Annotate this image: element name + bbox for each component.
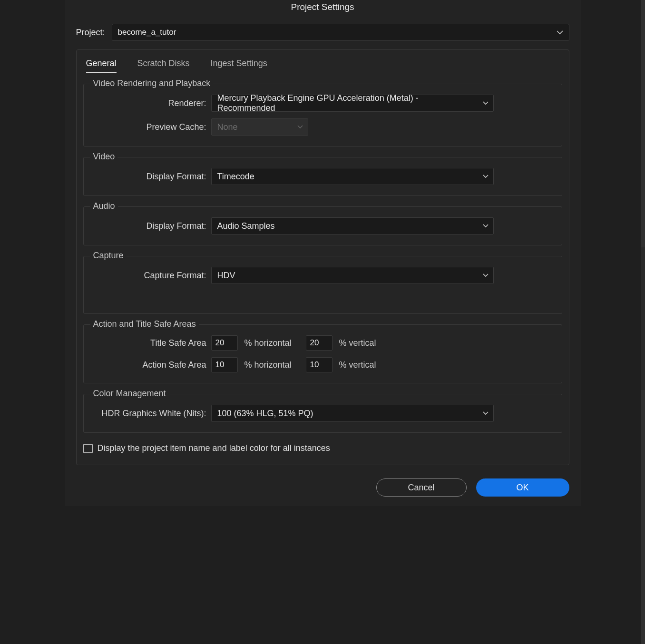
color-management-fieldset: Color Management HDR Graphics White (Nit… <box>83 394 562 433</box>
video-legend: Video <box>90 152 118 162</box>
safe-areas-legend: Action and Title Safe Areas <box>90 319 199 329</box>
capture-legend: Capture <box>90 251 127 261</box>
settings-panel: General Scratch Disks Ingest Settings Vi… <box>76 49 569 465</box>
cancel-button[interactable]: Cancel <box>376 478 467 497</box>
video-display-format-label: Display Format: <box>90 172 211 182</box>
video-display-format-value: Timecode <box>217 172 254 182</box>
project-select-value: become_a_tutor <box>118 28 176 37</box>
hdr-graphics-white-select[interactable]: 100 (63% HLG, 51% PQ) <box>211 405 494 422</box>
chevron-down-icon <box>557 30 563 35</box>
title-safe-horizontal-input[interactable]: 20 <box>211 335 238 351</box>
capture-format-select[interactable]: HDV <box>211 267 494 284</box>
tab-scratch-disks[interactable]: Scratch Disks <box>137 59 190 73</box>
renderer-label: Renderer: <box>90 98 211 108</box>
title-safe-vertical-input[interactable]: 20 <box>306 335 332 351</box>
project-settings-dialog: Project Settings Project: become_a_tutor… <box>65 0 581 506</box>
audio-display-format-select[interactable]: Audio Samples <box>211 217 494 234</box>
display-item-name-row: Display the project item name and label … <box>83 443 562 453</box>
tab-bar: General Scratch Disks Ingest Settings <box>77 50 569 73</box>
right-edge-strip <box>641 0 645 644</box>
renderer-select[interactable]: Mercury Playback Engine GPU Acceleration… <box>211 95 494 112</box>
chevron-down-icon <box>483 224 489 228</box>
pct-horizontal-label: % horizontal <box>238 360 306 370</box>
audio-fieldset: Audio Display Format: Audio Samples <box>83 206 562 245</box>
action-safe-vertical-input[interactable]: 10 <box>306 357 332 372</box>
tab-general[interactable]: General <box>86 59 117 73</box>
project-label: Project: <box>76 28 105 38</box>
audio-legend: Audio <box>90 201 118 211</box>
video-fieldset: Video Display Format: Timecode <box>83 157 562 196</box>
tab-ingest-settings[interactable]: Ingest Settings <box>211 59 267 73</box>
chevron-down-icon <box>483 411 489 415</box>
video-display-format-select[interactable]: Timecode <box>211 168 494 185</box>
dialog-footer: Cancel OK <box>65 465 581 506</box>
renderer-select-value: Mercury Playback Engine GPU Acceleration… <box>217 93 476 113</box>
capture-format-label: Capture Format: <box>90 271 211 281</box>
hdr-graphics-white-label: HDR Graphics White (Nits): <box>90 409 211 419</box>
capture-format-value: HDV <box>217 271 235 281</box>
video-rendering-fieldset: Video Rendering and Playback Renderer: M… <box>83 84 562 146</box>
action-safe-label: Action Safe Area <box>90 360 211 370</box>
action-safe-horizontal-input[interactable]: 10 <box>211 357 238 372</box>
project-select[interactable]: become_a_tutor <box>112 24 569 41</box>
pct-vertical-label: % vertical <box>332 360 391 370</box>
project-row: Project: become_a_tutor <box>65 18 581 49</box>
chevron-down-icon <box>483 273 489 277</box>
video-rendering-legend: Video Rendering and Playback <box>90 78 214 88</box>
audio-display-format-value: Audio Samples <box>217 221 275 231</box>
chevron-down-icon <box>297 125 303 129</box>
display-item-name-label: Display the project item name and label … <box>98 443 330 453</box>
preview-cache-label: Preview Cache: <box>90 122 211 132</box>
capture-fieldset: Capture Capture Format: HDV <box>83 256 562 314</box>
color-management-legend: Color Management <box>90 389 169 399</box>
pct-vertical-label: % vertical <box>332 338 391 348</box>
safe-areas-fieldset: Action and Title Safe Areas Title Safe A… <box>83 324 562 383</box>
chevron-down-icon <box>483 175 489 178</box>
preview-cache-value: None <box>217 122 238 132</box>
title-safe-label: Title Safe Area <box>90 338 211 348</box>
scrollbar[interactable] <box>641 247 645 390</box>
pct-horizontal-label: % horizontal <box>238 338 306 348</box>
chevron-down-icon <box>483 101 489 105</box>
display-item-name-checkbox[interactable] <box>83 444 93 453</box>
dialog-title: Project Settings <box>65 0 581 18</box>
audio-display-format-label: Display Format: <box>90 221 211 231</box>
preview-cache-select: None <box>211 118 308 136</box>
ok-button[interactable]: OK <box>476 478 569 497</box>
hdr-graphics-white-value: 100 (63% HLG, 51% PQ) <box>217 409 313 419</box>
